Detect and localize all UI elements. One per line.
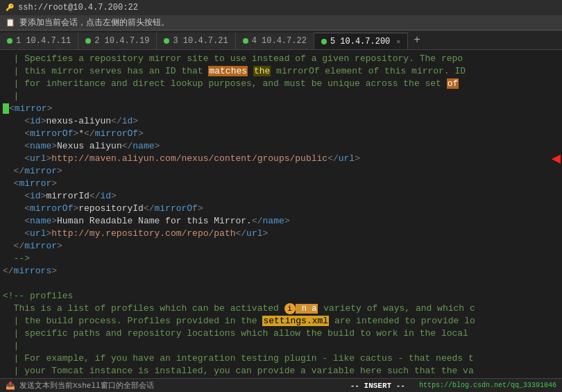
- tab-5-dot: [321, 39, 327, 44]
- cursor: [3, 103, 9, 114]
- code-line-5: <mirror>: [0, 103, 562, 115]
- line-15-text: <url>http://my.repository.com/repo/path<…: [3, 228, 268, 240]
- status-url: https://blog.csdn.net/qq_33391046: [419, 382, 556, 389]
- code-line-17: -->: [0, 253, 562, 265]
- code-line-11: <mirror>: [0, 178, 562, 190]
- notification-bar: 📋 要添加当前会话，点击左侧的箭头按钮。: [0, 15, 562, 31]
- code-line-24: |: [0, 340, 562, 352]
- tab-bar: 1 10.4.7.11 2 10.4.7.19 3 10.4.7.21 4 10…: [0, 31, 562, 50]
- code-line-20: <!-- profiles: [0, 290, 562, 302]
- red-arrow-icon: ◀: [552, 152, 561, 167]
- ssh-icon: 🔑: [6, 3, 14, 12]
- bottom-left-text: 发送文本到当前Xshell窗口的全部会话: [19, 380, 154, 391]
- code-line-3: | for inheritance and direct lookup purp…: [0, 78, 562, 90]
- line-9-text: <url>http://maven.aliyun.com/nexus/conte…: [3, 153, 360, 165]
- line-21-text: This is a list of profiles which can be …: [3, 302, 475, 315]
- title-bar: 🔑 ssh://root@10.4.7.200:22: [0, 0, 562, 15]
- send-icon: 📤: [6, 381, 15, 390]
- tab-3[interactable]: 3 10.4.7.21: [157, 33, 235, 49]
- code-line-26: | your Tomcat instance is installed, you…: [0, 365, 562, 377]
- line-24-text: |: [3, 340, 19, 352]
- line-14-text: <name>Human Readable Name for this Mirro…: [3, 215, 290, 228]
- code-line-21: This is a list of profiles which can be …: [0, 302, 562, 315]
- code-line-12: <id>mirrorId</id>: [0, 190, 562, 203]
- line-6-text: <id>nexus-aliyun</id>: [3, 115, 138, 128]
- line-11-text: <mirror>: [3, 178, 57, 190]
- bottom-bar: 📤 发送文本到当前Xshell窗口的全部会话 -- INSERT -- http…: [0, 378, 562, 392]
- terminal-content: | Specifies a repository mirror site to …: [0, 50, 562, 378]
- line-4-text: |: [3, 90, 19, 103]
- line-3-text: | for inheritance and direct lookup purp…: [3, 78, 459, 90]
- tab-5-label: 5 10.4.7.200: [330, 37, 390, 46]
- tab-4-label: 4 10.4.7.22: [252, 36, 307, 46]
- code-line-2: | this mirror serves has an ID that matc…: [0, 65, 562, 78]
- code-line-18: </mirrors>: [0, 265, 562, 278]
- code-line-13: <mirrorOf>repositoryId</mirrorOf>: [0, 203, 562, 215]
- tab-3-dot: [164, 38, 169, 44]
- tab-1-label: 1 10.4.7.11: [16, 36, 71, 46]
- line-26-text: | your Tomcat instance is installed, you…: [3, 365, 474, 377]
- tab-2[interactable]: 2 10.4.7.19: [78, 33, 157, 49]
- code-line-23: | specific paths and repository location…: [0, 327, 562, 340]
- tab-4[interactable]: 4 10.4.7.22: [236, 33, 314, 49]
- tab-1-dot: [7, 38, 12, 44]
- code-line-22: | the build process. Profiles provided i…: [0, 315, 562, 327]
- code-line-1: | Specifies a repository mirror site to …: [0, 53, 562, 65]
- line-10-text: </mirror>: [3, 165, 62, 178]
- tab-2-dot: [85, 38, 91, 44]
- tab-5-close[interactable]: ✕: [396, 37, 400, 46]
- line-25-text: | For example, if you have an integratio…: [3, 352, 474, 365]
- line-22-text: | the build process. Profiles provided i…: [3, 315, 475, 327]
- line-20-text: <!-- profiles: [3, 290, 73, 302]
- line-16-text: </mirror>: [3, 240, 62, 253]
- code-line-4: |: [0, 90, 562, 103]
- line-17-text: -->: [3, 253, 30, 265]
- line-1-text: | Specifies a repository mirror site to …: [3, 53, 463, 65]
- tab-3-label: 3 10.4.7.21: [173, 36, 228, 46]
- line-8-text: <name>Nexus aliyun</name>: [3, 140, 160, 153]
- code-line-8: <name>Nexus aliyun</name>: [0, 140, 562, 153]
- line-2-text: | this mirror serves has an ID that matc…: [3, 65, 466, 78]
- code-line-16: </mirror>: [0, 240, 562, 253]
- tab-2-label: 2 10.4.7.19: [94, 36, 149, 46]
- code-line-7: <mirrorOf>*</mirrorOf>: [0, 128, 562, 140]
- line-5-text: <mirror>: [3, 103, 52, 115]
- tab-4-dot: [243, 38, 248, 44]
- code-line-10: </mirror>: [0, 165, 562, 178]
- code-line-14: <name>Human Readable Name for this Mirro…: [0, 215, 562, 228]
- line-19-text: [3, 278, 8, 290]
- insert-mode-label: -- INSERT --: [350, 382, 405, 390]
- code-line-6: <id>nexus-aliyun</id>: [0, 115, 562, 128]
- tab-1[interactable]: 1 10.4.7.11: [0, 33, 78, 49]
- code-line-19: [0, 278, 562, 290]
- line-12-text: <id>mirrorId</id>: [3, 190, 117, 203]
- tab-5[interactable]: 5 10.4.7.200 ✕: [314, 33, 408, 49]
- tab-add-button[interactable]: +: [408, 31, 426, 49]
- code-line-15: <url>http://my.repository.com/repo/path<…: [0, 228, 562, 240]
- code-line-9: <url>http://maven.aliyun.com/nexus/conte…: [0, 153, 562, 165]
- line-23-text: | specific paths and repository location…: [3, 327, 468, 340]
- notification-text: 要添加当前会话，点击左侧的箭头按钮。: [19, 17, 169, 28]
- code-line-25: | For example, if you have an integratio…: [0, 352, 562, 365]
- title-text: ssh://root@10.4.7.200:22: [18, 3, 138, 12]
- line-7-text: <mirrorOf>*</mirrorOf>: [3, 128, 144, 140]
- line-18-text: </mirrors>: [3, 265, 57, 278]
- notif-icon: 📋: [6, 18, 15, 27]
- line-13-text: <mirrorOf>repositoryId</mirrorOf>: [3, 203, 203, 215]
